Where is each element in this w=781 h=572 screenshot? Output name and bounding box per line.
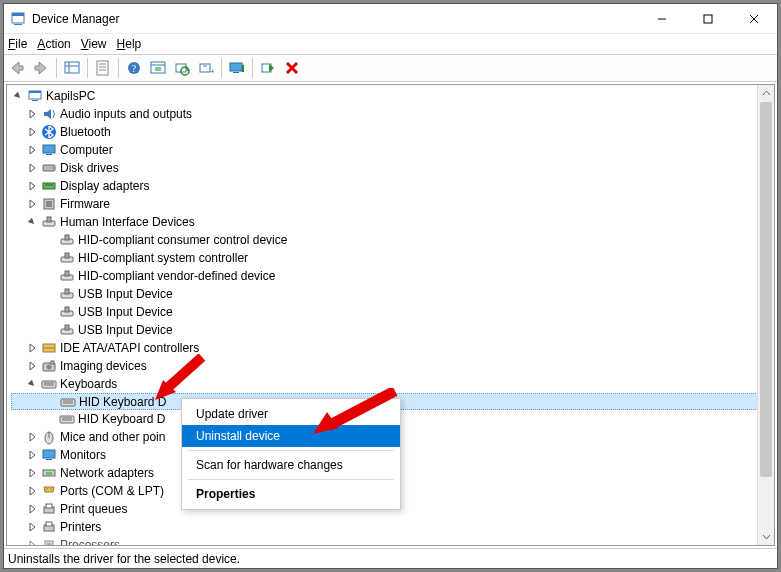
tree-node-hid-child[interactable]: USB Input Device — [11, 321, 774, 339]
vertical-scrollbar[interactable] — [757, 85, 774, 545]
menu-item-label: Update driver — [196, 407, 268, 421]
expand-icon[interactable] — [25, 484, 39, 498]
hid-device-icon — [59, 304, 75, 320]
expand-icon[interactable] — [25, 161, 39, 175]
expand-icon[interactable] — [25, 538, 39, 546]
menu-file[interactable]: File — [8, 37, 27, 51]
tb-update-button[interactable] — [147, 57, 169, 79]
node-label: Display adapters — [60, 177, 149, 195]
expand-icon[interactable] — [25, 143, 39, 157]
tree-node-printers[interactable]: Printers — [11, 518, 774, 536]
expand-icon[interactable] — [11, 89, 25, 103]
tree-node-processors[interactable]: Processors — [11, 536, 774, 546]
tree-node-hid-child[interactable]: USB Input Device — [11, 303, 774, 321]
menu-view[interactable]: View — [81, 37, 107, 51]
svg-rect-72 — [43, 450, 55, 458]
tree-node-imaging[interactable]: Imaging devices — [11, 357, 774, 375]
disk-icon — [41, 160, 57, 176]
hid-device-icon — [59, 250, 75, 266]
tree-node-hid-child[interactable]: HID-compliant system controller — [11, 249, 774, 267]
nav-forward-button[interactable] — [30, 57, 52, 79]
tb-showall-button[interactable] — [61, 57, 83, 79]
scroll-up-button[interactable] — [758, 85, 774, 102]
tb-enable-button[interactable] — [257, 57, 279, 79]
tree-node-bluetooth[interactable]: Bluetooth — [11, 123, 774, 141]
tb-uninstall-button[interactable] — [281, 57, 303, 79]
tb-addlegacy-button[interactable]: + — [195, 57, 217, 79]
tree-node-hid-child[interactable]: HID-compliant vendor-defined device — [11, 267, 774, 285]
toolbar-separator — [87, 58, 88, 78]
printqueue-icon — [41, 501, 57, 517]
tree-node-diskdrives[interactable]: Disk drives — [11, 159, 774, 177]
tb-properties-button[interactable] — [92, 57, 114, 79]
node-label: HID-compliant vendor-defined device — [78, 267, 275, 285]
hid-device-icon — [59, 286, 75, 302]
expand-icon[interactable] — [25, 341, 39, 355]
expand-icon[interactable] — [25, 107, 39, 121]
svg-rect-21 — [200, 64, 210, 72]
display-icon — [41, 178, 57, 194]
menu-help[interactable]: Help — [117, 37, 142, 51]
network-icon — [41, 465, 57, 481]
svg-rect-1 — [12, 13, 24, 16]
node-label: HID-compliant system controller — [78, 249, 248, 267]
expand-icon[interactable] — [25, 197, 39, 211]
node-label: Network adapters — [60, 464, 154, 482]
tb-scan-button[interactable] — [171, 57, 193, 79]
context-uninstall-device[interactable]: Uninstall device — [182, 425, 400, 447]
node-label: Print queues — [60, 500, 127, 518]
expand-icon[interactable] — [25, 125, 39, 139]
expand-icon[interactable] — [25, 179, 39, 193]
svg-rect-45 — [65, 235, 69, 240]
collapse-icon[interactable] — [25, 215, 39, 229]
tree-node-audio[interactable]: Audio inputs and outputs — [11, 105, 774, 123]
tb-help-button[interactable]: ? — [123, 57, 145, 79]
tb-monitor-button[interactable] — [226, 57, 248, 79]
scroll-track[interactable] — [758, 102, 774, 528]
scroll-down-button[interactable] — [758, 528, 774, 545]
expand-icon[interactable] — [25, 359, 39, 373]
svg-rect-81 — [46, 522, 52, 526]
expand-icon[interactable] — [25, 466, 39, 480]
firmware-icon — [41, 196, 57, 212]
context-update-driver[interactable]: Update driver — [182, 403, 400, 425]
context-properties[interactable]: Properties — [182, 483, 400, 505]
tree-node-hid[interactable]: Human Interface Devices — [11, 213, 774, 231]
expand-icon[interactable] — [25, 502, 39, 516]
collapse-icon[interactable] — [25, 377, 39, 391]
tree-node-display[interactable]: Display adapters — [11, 177, 774, 195]
keyboard-icon — [59, 411, 75, 427]
tree-root[interactable]: KapilsPC — [11, 87, 774, 105]
menu-action[interactable]: Action — [37, 37, 70, 51]
tree-node-hid-child[interactable]: HID-compliant consumer control device — [11, 231, 774, 249]
node-label: Processors — [60, 536, 120, 546]
expand-icon[interactable] — [25, 448, 39, 462]
svg-point-77 — [50, 488, 52, 490]
tree-node-keyboards[interactable]: Keyboards — [11, 375, 774, 393]
tree-node-firmware[interactable]: Firmware — [11, 195, 774, 213]
expand-icon[interactable] — [25, 430, 39, 444]
close-button[interactable] — [731, 4, 777, 34]
tree-node-computer[interactable]: Computer — [11, 141, 774, 159]
minimize-button[interactable] — [639, 4, 685, 34]
tree-node-ide[interactable]: IDE ATA/ATAPI controllers — [11, 339, 774, 357]
svg-rect-75 — [46, 472, 52, 475]
node-label: HID Keyboard D — [79, 393, 170, 411]
computer-root-icon — [27, 88, 43, 104]
svg-rect-25 — [233, 72, 239, 73]
statusbar-text: Uninstalls the driver for the selected d… — [8, 552, 240, 566]
expand-icon[interactable] — [25, 520, 39, 534]
svg-rect-49 — [65, 271, 69, 276]
scroll-thumb[interactable] — [760, 102, 772, 477]
camera-icon — [41, 358, 57, 374]
svg-point-59 — [47, 365, 52, 370]
menu-item-label: Properties — [196, 487, 255, 501]
node-label: Ports (COM & LPT) — [60, 482, 164, 500]
tree-node-hid-child[interactable]: USB Input Device — [11, 285, 774, 303]
context-scan-hardware[interactable]: Scan for hardware changes — [182, 454, 400, 476]
svg-rect-73 — [46, 459, 52, 460]
nav-back-button[interactable] — [6, 57, 28, 79]
svg-rect-41 — [46, 201, 52, 207]
maximize-button[interactable] — [685, 4, 731, 34]
node-label: Keyboards — [60, 375, 117, 393]
